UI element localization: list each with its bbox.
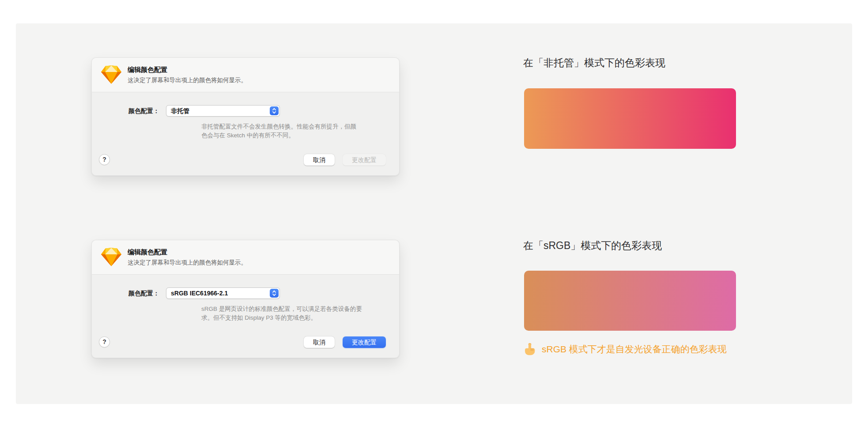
dialog-title: 编辑颜色配置 (128, 248, 167, 257)
dropdown-selected-value: 非托管 (171, 106, 189, 116)
dialog-title: 编辑颜色配置 (128, 66, 167, 74)
srgb-mode-heading: 在「sRGB」模式下的色彩表现 (523, 239, 662, 253)
unmanaged-mode-heading: 在「非托管」模式下的色彩表现 (523, 56, 665, 70)
description-line: 非托管配置文件不会发生颜色转换。性能会有所提升，但颜 (201, 123, 356, 130)
dialog-subtitle: 这决定了屏幕和导出项上的颜色将如何显示。 (128, 76, 247, 84)
color-profile-dialog-unmanaged: 编辑颜色配置 这决定了屏幕和导出项上的颜色将如何显示。 颜色配置： 非托管 非托… (91, 57, 400, 176)
dropdown-stepper-icon (270, 106, 279, 115)
description-line: 色会与在 Sketch 中的有所不不同。 (201, 132, 294, 139)
sketch-diamond-icon (101, 65, 121, 84)
dialog-actions: 取消 更改配置 (304, 336, 386, 348)
help-button[interactable]: ? (99, 154, 110, 165)
change-profile-button[interactable]: 更改配置 (343, 336, 386, 348)
description-line: 求。但不支持如 Display P3 等的宽域色彩。 (201, 314, 317, 321)
dropdown-stepper-icon (270, 289, 279, 298)
sketch-diamond-icon (101, 248, 121, 266)
dialog-header: 编辑颜色配置 这决定了屏幕和导出项上的颜色将如何显示。 (92, 58, 399, 92)
page-canvas: 编辑颜色配置 这决定了屏幕和导出项上的颜色将如何显示。 颜色配置： 非托管 非托… (0, 0, 868, 423)
color-profile-dropdown[interactable]: 非托管 (166, 105, 280, 117)
srgb-gradient-swatch (524, 271, 736, 331)
pointing-up-hand-icon (524, 343, 536, 356)
srgb-note: sRGB 模式下才是自发光设备正确的色彩表现 (524, 343, 727, 356)
note-text: sRGB 模式下才是自发光设备正确的色彩表现 (542, 343, 727, 355)
change-profile-button[interactable]: 更改配置 (343, 154, 386, 166)
profile-description: sRGB 是网页设计的标准颜色配置，可以满足若各类设备的要求。但不支持如 Dis… (201, 305, 404, 323)
dialog-actions: 取消 更改配置 (304, 154, 386, 166)
description-line: sRGB 是网页设计的标准颜色配置，可以满足若各类设备的要 (201, 306, 362, 312)
unmanaged-gradient-swatch (524, 88, 736, 149)
color-profile-field-label: 颜色配置： (92, 105, 159, 117)
color-profile-field-label: 颜色配置： (92, 287, 159, 299)
cancel-button[interactable]: 取消 (304, 154, 335, 166)
help-button[interactable]: ? (99, 336, 110, 347)
dropdown-selected-value: sRGB IEC61966-2.1 (171, 288, 228, 298)
cancel-button[interactable]: 取消 (304, 336, 335, 348)
color-profile-dialog-srgb: 编辑颜色配置 这决定了屏幕和导出项上的颜色将如何显示。 颜色配置： sRGB I… (91, 240, 400, 358)
profile-description: 非托管配置文件不会发生颜色转换。性能会有所提升，但颜色会与在 Sketch 中的… (201, 122, 404, 140)
color-profile-dropdown[interactable]: sRGB IEC61966-2.1 (166, 287, 280, 299)
dialog-subtitle: 这决定了屏幕和导出项上的颜色将如何显示。 (128, 259, 247, 267)
dialog-header: 编辑颜色配置 这决定了屏幕和导出项上的颜色将如何显示。 (92, 240, 399, 275)
